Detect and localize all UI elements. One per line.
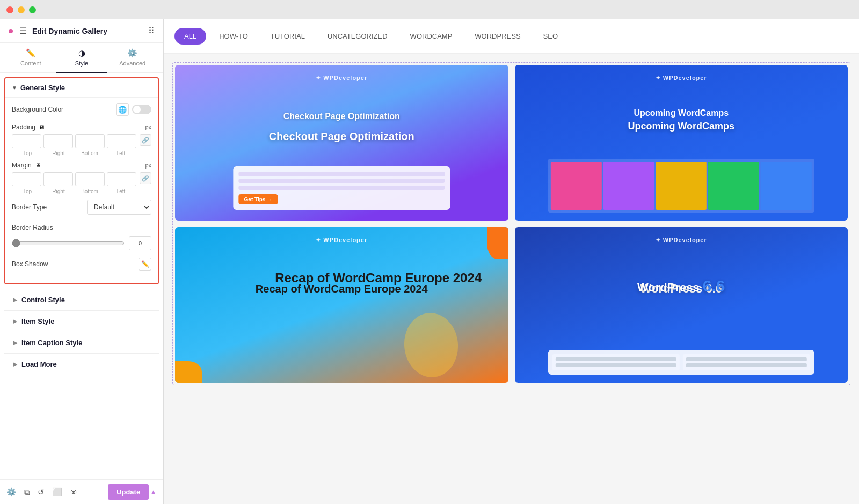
close-dot[interactable]	[6, 6, 13, 13]
gallery-item-1-inner: ✦ WPDeveloper Checkout Page Optimization…	[175, 65, 508, 221]
margin-label-inner: Margin 🖥	[12, 162, 41, 169]
margin-monitor-icon: 🖥	[35, 162, 41, 169]
advanced-tab-icon: ⚙️	[127, 48, 137, 58]
background-color-row: Background Color 🌐	[12, 103, 151, 116]
gallery-item-3-title: Recap of WordCamp Europe 2024	[275, 271, 482, 285]
padding-section: Padding 🖥 px	[12, 123, 151, 156]
filter-tab-all[interactable]: ALL	[174, 28, 206, 45]
titlebar	[0, 0, 859, 19]
gallery-item-2[interactable]: ✦ WPDeveloper Upcoming WordCamps	[515, 65, 848, 221]
padding-monitor-icon: 🖥	[39, 124, 45, 130]
padding-bottom-input[interactable]	[75, 134, 105, 148]
sidebar: ☰ Edit Dynamic Gallery ⠿ ✏️ Content ◑ St…	[0, 19, 164, 504]
responsive-icon[interactable]: ⬜	[52, 487, 62, 497]
padding-sublabels: Top Right Bottom Left	[12, 150, 136, 156]
wp66-ui-right	[683, 354, 810, 370]
filter-tab-uncategorized[interactable]: UNCATEGORIZED	[318, 28, 397, 45]
get-tips-btn: Get Tips →	[239, 194, 278, 204]
gallery-item-1-title: Checkout Page Optimization	[208, 130, 475, 143]
main-content: ALL HOW-TO TUTORIAL UNCATEGORIZED WORDCA…	[164, 19, 859, 504]
padding-right-label: Right	[43, 150, 74, 156]
item-style-section[interactable]: ▶ Item Style	[4, 310, 159, 332]
preview-icon[interactable]: 👁	[70, 487, 78, 497]
border-radius-slider-row	[12, 236, 151, 250]
update-button[interactable]: Update	[108, 484, 149, 500]
scooter-placeholder	[402, 311, 461, 379]
control-style-section[interactable]: ▶ Control Style	[4, 289, 159, 310]
wp66-bar-1	[556, 357, 676, 361]
margin-right-input[interactable]	[43, 172, 73, 186]
margin-top-input[interactable]	[12, 172, 41, 186]
menu-icon[interactable]: ☰	[19, 26, 27, 36]
filter-tab-wordpress[interactable]: WORDPRESS	[465, 28, 530, 45]
filter-tab-tutorial[interactable]: TUTORIAL	[261, 28, 315, 45]
cal-item-2	[603, 162, 654, 210]
padding-label-inner: Padding 🖥	[12, 123, 45, 131]
gallery-item-1[interactable]: ✦ WPDeveloper Checkout Page Optimization…	[175, 65, 508, 221]
control-style-arrow: ▶	[13, 297, 17, 303]
gallery-item-3-inner: ✦ WPDeveloper Recap of WordCamp Europe 2…	[175, 227, 508, 383]
grid-icon[interactable]: ⠿	[148, 26, 155, 36]
item-caption-style-section[interactable]: ▶ Item Caption Style	[4, 332, 159, 353]
padding-left-input[interactable]	[107, 134, 136, 148]
panel-content: ▼ General Style Background Color 🌐	[0, 73, 163, 479]
load-more-section[interactable]: ▶ Load More	[4, 353, 159, 375]
checkout-row-3	[239, 186, 445, 190]
filter-tab-wordcamp[interactable]: WORDCAMP	[401, 28, 462, 45]
gallery-item-3[interactable]: ✦ WPDeveloper Recap of WordCamp Europe 2…	[175, 227, 508, 383]
filter-tab-how-to[interactable]: HOW-TO	[209, 28, 258, 45]
content-tab-label: Content	[20, 60, 41, 67]
box-shadow-edit-btn[interactable]: ✏️	[139, 258, 151, 271]
margin-link-icon[interactable]: 🔗	[140, 172, 151, 184]
border-radius-value[interactable]	[129, 236, 151, 250]
margin-left-input[interactable]	[107, 172, 136, 186]
gallery-item-3-title-block: Recap of WordCamp Europe 2024	[275, 271, 482, 286]
gallery-item-4[interactable]: ✦ WPDeveloper WordPress 6.6	[515, 227, 848, 383]
border-type-select[interactable]: Default Solid Dashed Dotted Double None	[87, 200, 151, 215]
gallery-wrapper: ✦ WPDeveloper Checkout Page Optimization…	[172, 62, 850, 385]
globe-icon-btn[interactable]: 🌐	[116, 103, 129, 116]
minimize-dot[interactable]	[18, 6, 25, 13]
update-arrow-icon[interactable]: ▲	[150, 488, 157, 496]
layers-icon[interactable]: ⧉	[24, 487, 30, 497]
padding-unit[interactable]: px	[145, 124, 151, 130]
padding-top-input[interactable]	[12, 134, 41, 148]
sidebar-header: ☰ Edit Dynamic Gallery ⠿	[0, 19, 163, 43]
margin-section: Margin 🖥 px	[12, 162, 151, 194]
cal-item-1	[551, 162, 602, 210]
padding-link-icon[interactable]: 🔗	[140, 134, 151, 146]
border-radius-label: Border Radius	[12, 224, 53, 231]
margin-bottom-input[interactable]	[75, 172, 105, 186]
margin-label: Margin	[12, 162, 32, 169]
margin-right-label: Right	[43, 188, 74, 194]
gallery-item-4-inner: ✦ WPDeveloper WordPress 6.6	[515, 227, 848, 383]
margin-unit[interactable]: px	[145, 162, 151, 169]
sidebar-tabs: ✏️ Content ◑ Style ⚙️ Advanced	[0, 43, 163, 73]
tab-content[interactable]: ✏️ Content	[5, 43, 56, 73]
wpdeveloper-logo-4: ✦ WPDeveloper	[656, 237, 707, 244]
filter-tab-seo[interactable]: SEO	[534, 28, 567, 45]
item-style-arrow: ▶	[13, 318, 17, 324]
wpdeveloper-logo-1: ✦ WPDeveloper	[316, 75, 367, 82]
tab-style[interactable]: ◑ Style	[56, 43, 107, 73]
tab-advanced[interactable]: ⚙️ Advanced	[107, 43, 158, 73]
gallery-grid: ✦ WPDeveloper Checkout Page Optimization…	[175, 65, 848, 383]
maximize-dot[interactable]	[29, 6, 36, 13]
checkout-row-2	[239, 179, 445, 183]
padding-right-input[interactable]	[43, 134, 73, 148]
style-tab-label: Style	[75, 60, 88, 67]
wpdeveloper-logo-3: ✦ WPDeveloper	[316, 237, 367, 244]
margin-left-label: Left	[105, 188, 136, 194]
padding-top-label: Top	[12, 150, 43, 156]
margin-bottom-label: Bottom	[74, 188, 105, 194]
background-color-toggle[interactable]	[132, 105, 151, 114]
history-icon[interactable]: ↺	[38, 487, 45, 497]
cal-item-3	[656, 162, 707, 210]
general-style-header[interactable]: ▼ General Style	[5, 78, 158, 97]
checkout-ui-sim: Get Tips →	[234, 166, 450, 210]
box-shadow-label: Box Shadow	[12, 260, 48, 268]
border-radius-slider[interactable]	[12, 239, 125, 247]
box-shadow-row: Box Shadow ✏️	[12, 258, 151, 271]
item-caption-style-arrow: ▶	[13, 340, 17, 346]
settings-icon[interactable]: ⚙️	[6, 487, 17, 497]
